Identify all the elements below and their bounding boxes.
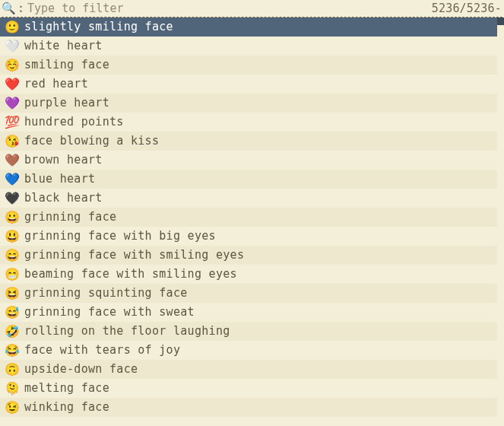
emoji-name: purple heart xyxy=(24,97,109,109)
list-item[interactable]: ☺️smiling face xyxy=(0,56,497,75)
emoji-icon: 🤣 xyxy=(5,326,20,338)
emoji-name: face with tears of joy xyxy=(24,345,180,356)
emoji-icon: 🤎 xyxy=(5,154,20,167)
list-item[interactable]: 😃grinning face with big eyes xyxy=(0,227,497,246)
emoji-icon: 😉 xyxy=(5,402,20,414)
emoji-icon: ❤️ xyxy=(5,78,20,91)
emoji-icon: 😘 xyxy=(5,135,20,148)
emoji-name: black heart xyxy=(24,192,103,204)
emoji-icon: 😁 xyxy=(5,269,20,281)
emoji-name: grinning face with big eyes xyxy=(24,230,216,242)
list-item[interactable]: 🫠melting face xyxy=(0,379,497,398)
list-item[interactable]: 😂face with tears of joy xyxy=(0,341,497,360)
emoji-name: face blowing a kiss xyxy=(24,135,159,147)
emoji-name: blue heart xyxy=(24,173,95,185)
emoji-name: grinning face with sweat xyxy=(24,307,195,318)
list-item[interactable]: 🖤black heart xyxy=(0,189,497,208)
magnifying-glass-icon: 🔍 xyxy=(2,3,16,14)
list-item[interactable]: 😄grinning face with smiling eyes xyxy=(0,246,497,265)
result-counter: 5236/5236- xyxy=(432,3,502,14)
emoji-icon: 💙 xyxy=(5,173,20,186)
list-item[interactable]: 😉winking face xyxy=(0,398,497,417)
emoji-icon: 😂 xyxy=(5,345,20,357)
emoji-picker: 🔍 : Type to filter 5236/5236- 🙂slightly … xyxy=(0,0,504,426)
emoji-name: grinning face xyxy=(24,211,116,223)
emoji-name: melting face xyxy=(24,383,109,394)
list-item[interactable]: 🤍white heart xyxy=(0,37,497,56)
emoji-name: upside-down face xyxy=(24,364,138,375)
emoji-list: 🙂slightly smiling face🤍white heart☺️smil… xyxy=(0,17,497,426)
emoji-icon: 🙂 xyxy=(5,21,20,33)
emoji-icon: 🖤 xyxy=(5,192,20,205)
list-item[interactable]: 😁beaming face with smiling eyes xyxy=(0,265,497,284)
emoji-icon: ☺️ xyxy=(5,59,20,72)
list-item[interactable]: 🤣rolling on the floor laughing xyxy=(0,322,497,341)
list-item[interactable]: 🙃upside-down face xyxy=(0,360,497,379)
emoji-name: winking face xyxy=(24,402,109,413)
emoji-icon: 🙃 xyxy=(5,364,20,376)
picker-body: 🙂slightly smiling face🤍white heart☺️smil… xyxy=(0,17,504,426)
list-item[interactable]: 🤎brown heart xyxy=(0,151,497,170)
emoji-name: slightly smiling face xyxy=(24,21,173,33)
emoji-name: smiling face xyxy=(24,59,109,71)
emoji-name: brown heart xyxy=(24,154,103,166)
emoji-name: red heart xyxy=(24,78,88,90)
emoji-name: grinning face with smiling eyes xyxy=(24,250,244,261)
scrollbar[interactable] xyxy=(497,17,504,426)
emoji-name: beaming face with smiling eyes xyxy=(24,269,237,280)
emoji-icon: 😀 xyxy=(5,211,20,224)
emoji-icon: 😄 xyxy=(5,250,20,262)
list-item[interactable]: 💯hundred points xyxy=(0,113,497,132)
emoji-name: white heart xyxy=(24,40,103,52)
list-item[interactable]: 😘face blowing a kiss xyxy=(0,132,497,151)
emoji-icon: 💜 xyxy=(5,97,20,110)
emoji-name: rolling on the floor laughing xyxy=(24,326,230,337)
list-item[interactable]: 🙂slightly smiling face xyxy=(0,17,497,37)
emoji-name: grinning squinting face xyxy=(24,288,188,299)
emoji-icon: 😃 xyxy=(5,230,20,243)
emoji-icon: 😆 xyxy=(5,288,20,300)
list-item[interactable]: 😅grinning face with sweat xyxy=(0,303,497,322)
list-item[interactable]: 😆grinning squinting face xyxy=(0,284,497,303)
filter-bar: 🔍 : Type to filter 5236/5236- xyxy=(0,0,504,17)
emoji-icon: 😅 xyxy=(5,307,20,319)
list-item[interactable]: 😀grinning face xyxy=(0,208,497,227)
emoji-icon: 🤍 xyxy=(5,40,20,52)
list-item[interactable]: ❤️red heart xyxy=(0,75,497,94)
emoji-icon: 💯 xyxy=(5,116,20,129)
list-item[interactable]: 💜purple heart xyxy=(0,94,497,113)
prompt-colon: : xyxy=(17,3,24,14)
emoji-icon: 🫠 xyxy=(5,383,20,395)
scrollbar-thumb[interactable] xyxy=(497,17,504,25)
filter-input[interactable]: Type to filter xyxy=(27,3,432,14)
list-item[interactable]: 💙blue heart xyxy=(0,170,497,189)
emoji-name: hundred points xyxy=(24,116,124,128)
